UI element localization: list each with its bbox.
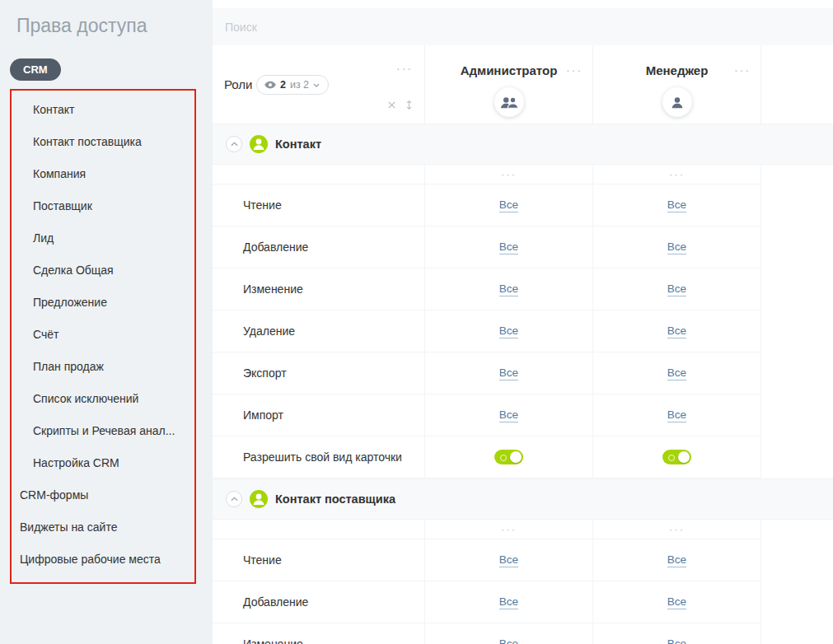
role-menu-ellipsis[interactable]: ··· <box>734 63 751 77</box>
permission-cell: Все <box>425 268 593 310</box>
permission-label: Изменение <box>213 623 425 644</box>
row-filler <box>761 539 833 581</box>
highlighted-menu-group: КонтактКонтакт поставщикаКомпанияПоставщ… <box>10 89 196 584</box>
permission-value-link[interactable]: Все <box>667 366 686 380</box>
permission-cell: Все <box>425 581 593 623</box>
role-name: Администратор <box>461 63 558 77</box>
filter-count: 2 <box>280 79 286 91</box>
sidebar-item[interactable]: Настройка CRM <box>12 447 194 479</box>
sidebar-item[interactable]: Виджеты на сайте <box>12 511 194 544</box>
roles-menu-ellipsis[interactable]: ··· <box>396 62 413 75</box>
permission-value-link[interactable]: Все <box>667 553 686 567</box>
permission-value-link[interactable]: Все <box>667 324 686 338</box>
sidebar-item[interactable]: Цифровые рабочие места <box>12 544 194 576</box>
permission-row: ИзменениеВсеВсе <box>213 623 833 644</box>
roles-label: Роли <box>224 77 253 91</box>
role-headers: Администратор···Менеджер··· <box>425 45 761 124</box>
sidebar-item[interactable]: Контакт <box>12 94 194 126</box>
search-input[interactable] <box>225 21 803 34</box>
sidebar-item[interactable]: CRM-формы <box>12 479 194 511</box>
row-filler <box>761 436 833 478</box>
permission-cell <box>593 436 761 478</box>
grid-header: Роли ··· 2 из 2 <box>213 45 833 124</box>
column-menu-ellipsis[interactable]: ··· <box>501 168 517 180</box>
toggle-switch[interactable] <box>494 450 523 464</box>
role-menu-ellipsis[interactable]: ··· <box>566 63 583 77</box>
crm-section-badge[interactable]: CRM <box>10 58 61 81</box>
permission-cell: Все <box>425 539 593 581</box>
permission-label: Разрешить свой вид карточки <box>213 436 425 478</box>
access-rights-page: Права доступа CRM КонтактКонтакт поставщ… <box>0 0 833 644</box>
permission-value-link[interactable]: Все <box>667 240 686 254</box>
permission-value-link[interactable]: Все <box>499 282 518 296</box>
permission-value-link[interactable]: Все <box>667 408 686 422</box>
row-filler <box>761 352 833 394</box>
column-menu-ellipsis[interactable]: ··· <box>669 523 685 535</box>
permission-row: ЧтениеВсеВсе <box>213 184 833 226</box>
collapse-section-button[interactable] <box>226 136 242 152</box>
permission-value-link[interactable]: Все <box>499 637 518 644</box>
sidebar-item[interactable]: Сделка Общая <box>12 254 194 287</box>
page-title: Права доступа <box>0 0 213 37</box>
empty-cell <box>213 520 425 539</box>
permission-label: Импорт <box>213 394 425 436</box>
column-menu-row: ······ <box>213 165 833 184</box>
section-header: Контакт <box>213 124 833 165</box>
sidebar-item[interactable]: Компания <box>12 158 194 190</box>
permission-value-link[interactable]: Все <box>499 595 518 609</box>
sidebar-item[interactable]: Счёт <box>12 319 194 351</box>
permission-cell: Все <box>593 268 761 310</box>
row-filler <box>761 310 833 352</box>
permission-value-link[interactable]: Все <box>499 198 518 212</box>
sidebar-item[interactable]: Поставщик <box>12 190 194 222</box>
column-menu-cell: ··· <box>425 165 593 184</box>
sidebar-item[interactable]: Предложение <box>12 287 194 319</box>
permission-value-link[interactable]: Все <box>499 366 518 380</box>
permission-value-link[interactable]: Все <box>667 198 686 212</box>
permission-value-link[interactable]: Все <box>499 553 518 567</box>
search-bar <box>213 8 833 45</box>
entity-person-icon <box>250 135 268 153</box>
permission-value-link[interactable]: Все <box>499 240 518 254</box>
row-filler <box>761 394 833 436</box>
permission-cell: Все <box>425 226 593 268</box>
permission-value-link[interactable]: Все <box>667 637 686 644</box>
permission-label: Чтение <box>213 539 425 581</box>
column-menu-ellipsis[interactable]: ··· <box>501 523 517 535</box>
person-icon[interactable] <box>662 87 692 117</box>
roles-filter-chip[interactable]: 2 из 2 <box>256 75 329 95</box>
column-menu-ellipsis[interactable]: ··· <box>669 168 685 180</box>
permission-cell: Все <box>593 623 761 644</box>
sidebar-item[interactable]: План продаж <box>12 351 194 383</box>
permission-cell: Все <box>593 581 761 623</box>
permission-row: ИмпортВсеВсе <box>213 394 833 436</box>
permission-label: Изменение <box>213 268 425 310</box>
permission-value-link[interactable]: Все <box>499 408 518 422</box>
permission-cell: Все <box>593 184 761 226</box>
permission-label: Удаление <box>213 310 425 352</box>
collapse-all-icon[interactable] <box>387 100 396 110</box>
permission-label: Экспорт <box>213 352 425 394</box>
sidebar-item[interactable]: Лид <box>12 222 194 254</box>
permission-cell: Все <box>593 352 761 394</box>
sidebar-item[interactable]: Скрипты и Речевая анал... <box>12 415 194 447</box>
sidebar-item[interactable]: Контакт поставщика <box>12 126 194 158</box>
sidebar-item[interactable]: Список исключений <box>12 383 194 415</box>
toggle-switch[interactable] <box>662 450 691 464</box>
role-column-header: Администратор··· <box>425 45 593 124</box>
permission-label: Добавление <box>213 226 425 268</box>
sort-icon[interactable] <box>405 100 413 110</box>
column-menu-cell: ··· <box>593 165 761 184</box>
permission-value-link[interactable]: Все <box>667 595 686 609</box>
entity-person-icon <box>250 490 268 508</box>
main-panel: Роли ··· 2 из 2 <box>213 0 833 644</box>
section-title: Контакт поставщика <box>275 492 395 506</box>
permission-value-link[interactable]: Все <box>667 282 686 296</box>
two-person-icon[interactable] <box>494 87 524 117</box>
collapse-section-button[interactable] <box>226 491 242 507</box>
column-menu-cell: ··· <box>593 520 761 539</box>
permission-value-link[interactable]: Все <box>499 324 518 338</box>
column-menu-cell: ··· <box>425 520 593 539</box>
permission-cell: Все <box>593 226 761 268</box>
permission-label: Добавление <box>213 581 425 623</box>
